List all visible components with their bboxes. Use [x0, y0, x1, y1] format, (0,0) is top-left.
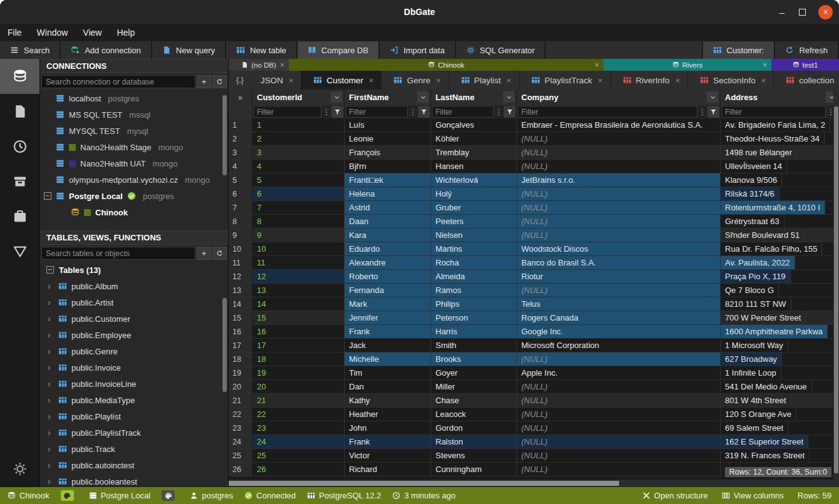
cell-address[interactable]: Klanova 9/506 [721, 173, 782, 187]
close-icon[interactable]: × [436, 76, 441, 85]
cell-company[interactable]: JetBrains s.r.o. [517, 173, 721, 187]
status-item[interactable]: postgres [190, 491, 233, 500]
filter-input[interactable] [721, 106, 826, 118]
cell-customerid[interactable]: 23 [253, 421, 345, 435]
cell-customerid[interactable]: 19 [253, 366, 345, 379]
cell-customerid[interactable]: 2 [253, 132, 345, 145]
cell-address[interactable]: 1600 Amphitheatre Parkwa [721, 325, 828, 338]
file-tab[interactable]: Customer × [301, 71, 382, 90]
row-number[interactable]: 3 [229, 146, 253, 159]
status-item[interactable]: PostgreSQL 12.2 [307, 491, 381, 500]
cell-company[interactable]: (NULL) [517, 394, 721, 407]
cell-address[interactable]: 120 S Orange Ave [721, 408, 796, 421]
close-icon[interactable]: × [761, 76, 766, 85]
row-number[interactable]: 17 [229, 339, 253, 352]
cell-lastname[interactable]: Gordon [431, 421, 517, 435]
cell-lastname[interactable]: Gruber [431, 201, 517, 214]
cell-customerid[interactable]: 22 [253, 408, 345, 421]
rail-item[interactable] [0, 59, 39, 94]
row-number[interactable]: 23 [229, 421, 253, 435]
connection-item[interactable]: − Chinook [40, 204, 228, 220]
row-number[interactable]: 13 [229, 284, 253, 297]
table-tree-item[interactable]: › public.Track [40, 441, 228, 457]
minimize-button[interactable]: – [778, 7, 786, 18]
cell-address[interactable]: Theodor-Heuss-Straße 34 [721, 132, 825, 145]
row-number[interactable]: 11 [229, 256, 253, 269]
chevron-right-icon[interactable]: › [48, 476, 54, 486]
menu-item[interactable]: Help [117, 28, 135, 38]
cell-address[interactable]: 541 Del Medio Avenue [721, 380, 812, 393]
filter-funnel-button[interactable] [331, 106, 343, 118]
vertical-scrollbar-thumb[interactable] [834, 106, 838, 473]
connection-item[interactable]: − Nano2Health UAT mongo [40, 155, 228, 172]
filter-funnel-button[interactable] [707, 106, 719, 118]
close-icon[interactable]: × [598, 76, 603, 85]
cell-firstname[interactable]: Richard [345, 463, 431, 476]
cell-address[interactable]: 69 Salem Street [721, 421, 788, 435]
context-table-button[interactable]: Customer: [703, 41, 776, 59]
tables-group[interactable]: − Tables (13) [40, 262, 228, 278]
cell-firstname[interactable]: Heather [345, 408, 431, 421]
cell-firstname[interactable]: Jack [345, 339, 431, 352]
cell-address[interactable]: Qe 7 Bloco G [721, 284, 779, 297]
column-menu-button[interactable] [417, 91, 429, 103]
cell-address[interactable]: 162 E Superior Street [721, 435, 808, 448]
cell-lastname[interactable]: Goyer [431, 366, 517, 379]
cell-company[interactable]: Woodstock Discos [517, 242, 721, 255]
file-tab[interactable]: RiverInfo × [611, 71, 689, 90]
chevron-right-icon[interactable]: › [48, 297, 54, 307]
filter-funnel-button[interactable] [504, 106, 516, 118]
cell-company[interactable]: (NULL) [517, 380, 721, 393]
connection-item[interactable]: − Nano2Health Stage mongo [40, 139, 228, 155]
connection-item[interactable]: − MYSQL TEST mysql [40, 123, 228, 139]
cell-lastname[interactable]: Chase [431, 394, 517, 407]
table-tree-item[interactable]: › public.Genre [40, 343, 228, 359]
filter-menu-button[interactable]: ⋮ [408, 106, 418, 118]
status-item[interactable]: Chinook [8, 491, 50, 500]
database-tab[interactable]: Rivers × [603, 59, 771, 71]
cell-firstname[interactable]: Frank [345, 325, 431, 338]
table-tree-item[interactable]: › public.Invoice [40, 359, 228, 376]
rail-item[interactable] [0, 164, 39, 199]
cell-firstname[interactable]: Kathy [345, 394, 431, 407]
cell-firstname[interactable]: François [345, 146, 431, 159]
cell-firstname[interactable]: Mark [345, 297, 431, 311]
cell-company[interactable]: Microsoft Corporation [517, 339, 721, 352]
close-icon[interactable]: × [289, 76, 294, 85]
cell-company[interactable]: (NULL) [517, 449, 721, 462]
cell-customerid[interactable]: 10 [253, 242, 345, 255]
filter-funnel-button[interactable] [418, 106, 430, 118]
tables-search-input[interactable] [41, 247, 195, 260]
column-header[interactable]: Company [517, 90, 721, 105]
cell-customerid[interactable]: 17 [253, 339, 345, 352]
chevron-right-icon[interactable]: › [48, 314, 54, 324]
status-item[interactable] [162, 490, 179, 501]
table-tree-item[interactable]: › public.autoinctest [40, 457, 228, 473]
cell-address[interactable]: 1 Microsoft Way [721, 339, 788, 352]
database-tab[interactable]: Chinook × [289, 59, 603, 71]
row-number[interactable]: 14 [229, 297, 253, 311]
cell-lastname[interactable]: Cunningham [431, 463, 517, 476]
cell-customerid[interactable]: 16 [253, 325, 345, 338]
close-button[interactable]: × [818, 5, 833, 19]
column-header[interactable]: CustomerId [253, 90, 345, 105]
cell-address[interactable]: 1498 rue Bélanger [721, 146, 797, 159]
cell-lastname[interactable]: Ramos [431, 284, 517, 297]
row-number[interactable]: 12 [229, 270, 253, 283]
close-icon[interactable]: × [763, 61, 767, 69]
row-number[interactable]: 9 [229, 229, 253, 242]
chevron-right-icon[interactable]: › [48, 379, 54, 389]
cell-address[interactable]: Sřnder Boulevard 51 [721, 229, 805, 242]
chevron-right-icon[interactable]: › [48, 330, 54, 340]
cell-firstname[interactable]: Luís [345, 118, 431, 131]
row-number[interactable]: 1 [229, 118, 253, 131]
row-number[interactable]: 26 [229, 463, 253, 476]
status-item[interactable]: View columns [722, 491, 784, 500]
file-tab[interactable]: Genre × [382, 71, 449, 90]
cell-customerid[interactable]: 21 [253, 394, 345, 407]
tables-scrollbar[interactable] [222, 298, 227, 392]
cell-customerid[interactable]: 12 [253, 270, 345, 283]
cell-address[interactable]: 319 N. Frances Street [721, 449, 810, 462]
row-number[interactable]: 8 [229, 215, 253, 228]
cell-lastname[interactable]: Philips [431, 297, 517, 311]
